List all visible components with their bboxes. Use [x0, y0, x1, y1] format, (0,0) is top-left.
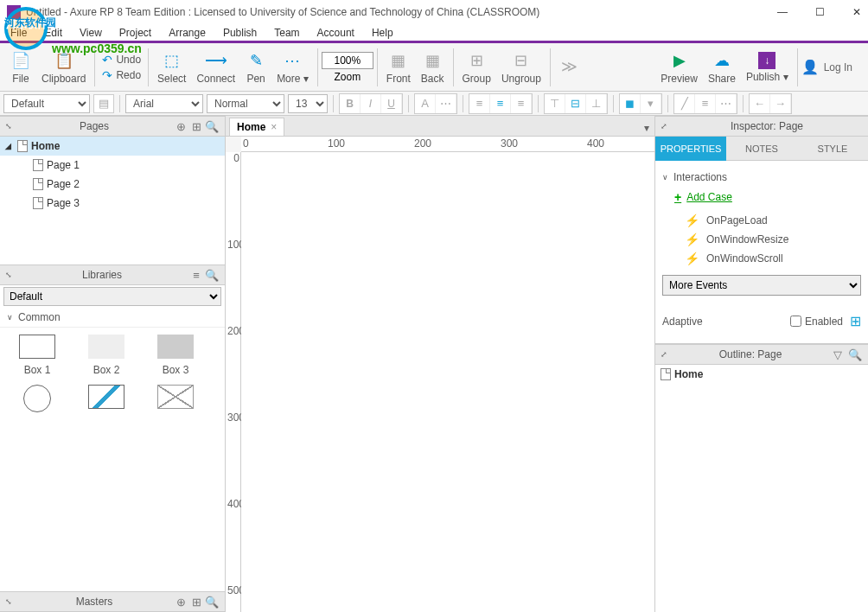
valign-bottom-button[interactable]: ⊥ [586, 94, 607, 113]
zoom-label: Zoom [334, 71, 361, 83]
add-page-button[interactable]: ⊕ [173, 118, 188, 134]
underline-button[interactable]: U [381, 94, 402, 113]
add-master-button[interactable]: ⊕ [173, 594, 188, 609]
menu-account[interactable]: Account [310, 25, 361, 41]
page-2[interactable]: Page 2 [0, 175, 225, 194]
fill-color-button[interactable]: ◼ [620, 94, 641, 113]
widget-image[interactable] [76, 385, 137, 412]
menu-arrange[interactable]: Arrange [162, 25, 213, 41]
overflow-button[interactable]: ≫ [554, 54, 585, 80]
widget-ellipse[interactable] [7, 385, 67, 412]
more-tools[interactable]: ⋯More ▾ [271, 48, 314, 86]
search-masters-button[interactable]: 🔍 [204, 594, 220, 609]
menu-team[interactable]: Team [267, 25, 306, 41]
style-manager-button[interactable]: ▤ [93, 94, 114, 113]
pen-tool[interactable]: ✎Pen [240, 48, 271, 86]
align-center-button[interactable]: ≡ [490, 94, 511, 113]
more-events-select[interactable]: More Events [662, 275, 861, 296]
enabled-checkbox[interactable]: Enabled [790, 316, 843, 328]
widget-box2[interactable]: Box 2 [76, 335, 137, 376]
close-tab-icon[interactable]: × [271, 121, 277, 133]
maximize-button[interactable]: ☐ [815, 6, 825, 18]
menu-help[interactable]: Help [365, 25, 400, 41]
back-button[interactable]: ▦Back [416, 48, 450, 86]
line-width-button[interactable]: ≡ [695, 94, 716, 113]
connect-tool[interactable]: ⟶Connect [191, 48, 240, 86]
publish-button[interactable]: ↓Publish ▾ [741, 50, 794, 85]
inspector-header: ⤢ Inspector: Page [655, 116, 868, 137]
close-button[interactable]: ✕ [852, 6, 861, 18]
group-button[interactable]: ⊞Group [457, 48, 496, 86]
page-1[interactable]: Page 1 [0, 156, 225, 175]
add-folder-button[interactable]: ⊞ [188, 118, 204, 134]
text-more-button[interactable]: ⋯ [436, 94, 456, 113]
separator [148, 48, 149, 86]
event-onpageload[interactable]: ⚡OnPageLoad [662, 211, 861, 230]
redo-button[interactable]: ↷Redo [102, 68, 141, 82]
search-outline-button[interactable]: 🔍 [847, 347, 863, 362]
adaptive-label: Adaptive [662, 316, 703, 328]
bold-button[interactable]: B [340, 94, 361, 113]
event-onwindowresize[interactable]: ⚡OnWindowResize [662, 230, 861, 249]
menu-project[interactable]: Project [112, 25, 158, 41]
libraries-menu-button[interactable]: ≡ [188, 267, 204, 283]
italic-button[interactable]: I [361, 94, 381, 113]
page-3[interactable]: Page 3 [0, 194, 225, 213]
text-color-button[interactable]: A [415, 94, 436, 113]
align-right-button[interactable]: ≡ [511, 94, 532, 113]
select-tool[interactable]: ⬚Select [152, 48, 191, 86]
preview-button[interactable]: ▶Preview [655, 48, 703, 86]
adaptive-config-icon[interactable]: ⊞ [850, 313, 861, 329]
file-button[interactable]: 📄File [5, 48, 36, 86]
event-onwindowscroll[interactable]: ⚡OnWindowScroll [662, 249, 861, 268]
tab-properties[interactable]: PROPERTIES [655, 137, 726, 161]
outline-item-home[interactable]: Home [655, 365, 868, 384]
widget-box3[interactable]: Box 3 [145, 335, 206, 376]
zoom-input[interactable] [322, 52, 373, 69]
plus-icon: + [674, 190, 681, 204]
collapse-icon[interactable]: ⤡ [5, 122, 12, 131]
libraries-panel-header: ⤡ Libraries ≡ 🔍 [0, 265, 225, 285]
font-select[interactable]: Arial [125, 94, 203, 113]
ungroup-button[interactable]: ⊟Ungroup [496, 48, 546, 86]
search-libraries-button[interactable]: 🔍 [204, 267, 220, 283]
library-select[interactable]: Default [3, 287, 221, 306]
collapse-icon[interactable]: ⤢ [661, 350, 667, 359]
library-category[interactable]: ∨Common [0, 308, 225, 328]
share-button[interactable]: ☁Share [703, 48, 741, 86]
arrow-start-button[interactable]: ← [750, 94, 770, 113]
valign-top-button[interactable]: ⊤ [545, 94, 565, 113]
font-weight-select[interactable]: Normal [207, 94, 284, 113]
design-canvas[interactable] [241, 152, 654, 612]
font-size-select[interactable]: 13 [288, 94, 328, 113]
outline-header: ⤢ Outline: Page ▽ 🔍 [655, 344, 868, 365]
zoom-control[interactable]: Zoom [322, 52, 373, 83]
front-button[interactable]: ▦Front [381, 48, 416, 86]
widget-placeholder[interactable] [145, 385, 206, 412]
canvas-tab-home[interactable]: Home× [229, 118, 284, 136]
add-master-folder-button[interactable]: ⊞ [188, 594, 204, 609]
add-case-button[interactable]: +Add Case [662, 188, 861, 211]
arrow-end-button[interactable]: → [770, 94, 791, 113]
line-style-button[interactable]: ⋯ [716, 94, 737, 113]
line-color-button[interactable]: ╱ [674, 94, 695, 113]
align-left-button[interactable]: ≡ [469, 94, 490, 113]
widget-box1[interactable]: Box 1 [7, 335, 67, 376]
collapse-icon[interactable]: ⤡ [5, 597, 12, 606]
minimize-button[interactable]: — [777, 6, 788, 18]
style-select[interactable]: Default [3, 94, 90, 113]
menu-view[interactable]: View [73, 25, 109, 41]
collapse-icon[interactable]: ⤢ [661, 122, 667, 131]
fill-more-button[interactable]: ▾ [641, 94, 661, 113]
search-pages-button[interactable]: 🔍 [204, 118, 220, 134]
valign-middle-button[interactable]: ⊟ [565, 94, 586, 113]
page-home[interactable]: ◢Home [0, 137, 225, 156]
tab-style[interactable]: STYLE [797, 137, 868, 161]
collapse-right-icon[interactable]: ▾ [639, 120, 654, 136]
filter-outline-button[interactable]: ▽ [830, 347, 846, 362]
right-panel: ⤢ Inspector: Page PROPERTIES NOTES STYLE… [655, 116, 868, 612]
login-button[interactable]: 👤Log In [801, 59, 863, 75]
tab-notes[interactable]: NOTES [726, 137, 797, 161]
collapse-icon[interactable]: ⤡ [5, 271, 12, 279]
menu-publish[interactable]: Publish [216, 25, 264, 41]
